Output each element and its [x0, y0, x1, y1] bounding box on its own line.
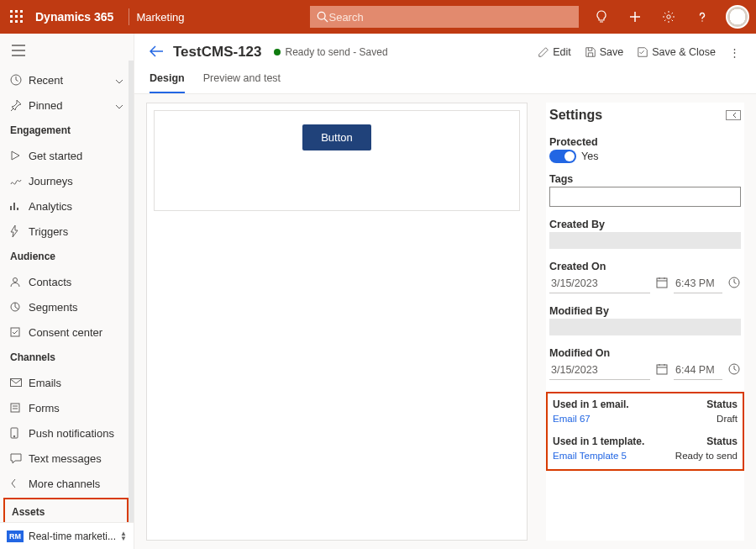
nav-emails[interactable]: Emails: [0, 370, 134, 395]
svg-point-11: [667, 15, 670, 18]
nav-label: Text messages: [29, 452, 123, 465]
save-icon: [585, 46, 596, 58]
usage-status-label: Status: [706, 436, 738, 447]
svg-rect-0: [10, 10, 13, 13]
modified-by-value: [549, 319, 741, 335]
modified-on-label: Modified On: [546, 344, 744, 361]
group-engagement: Engagement: [0, 118, 134, 143]
cmd-label: Save: [600, 46, 624, 58]
calendar-icon[interactable]: [655, 363, 669, 377]
created-on-time[interactable]: 6:43 PM: [674, 274, 722, 293]
nav-get-started[interactable]: Get started: [0, 143, 134, 168]
nav-label: Emails: [29, 377, 123, 389]
nav-segments[interactable]: Segments: [0, 294, 134, 319]
avatar[interactable]: [726, 5, 749, 29]
scrollbar[interactable]: [129, 61, 134, 522]
journeys-icon: [10, 176, 29, 186]
usage-status-label: Status: [706, 399, 738, 410]
form-icon: [10, 403, 29, 413]
person-icon: [10, 277, 29, 287]
nav-more-channels[interactable]: More channels: [0, 471, 134, 496]
nav-label: Journeys: [29, 175, 123, 187]
app-launcher-icon[interactable]: [0, 0, 34, 34]
record-title: TestCMS-123: [173, 44, 262, 61]
play-icon: [10, 150, 29, 161]
record-header: TestCMS-123 Ready to send - Saved Edit S…: [134, 34, 756, 71]
protected-toggle[interactable]: [549, 150, 576, 163]
svg-rect-8: [20, 20, 23, 23]
consent-icon: [10, 327, 29, 337]
svg-rect-17: [11, 404, 19, 412]
tab-design[interactable]: Design: [150, 71, 185, 93]
svg-rect-24: [657, 278, 667, 288]
modified-on-time[interactable]: 6:44 PM: [674, 361, 722, 380]
divider: [129, 8, 129, 25]
canvas-inner: Button: [154, 110, 520, 211]
nav-label: Segments: [29, 301, 123, 314]
push-icon: [10, 427, 29, 439]
gear-icon[interactable]: [652, 0, 685, 34]
clock-icon[interactable]: [727, 363, 741, 377]
cmd-label: Save & Close: [652, 46, 716, 58]
settings-panel: Settings Protected Yes Tags Created By C…: [546, 103, 744, 541]
nav-recent[interactable]: Recent: [0, 67, 134, 92]
search-input[interactable]: [328, 11, 572, 24]
clock-icon[interactable]: [727, 277, 741, 291]
svg-point-9: [318, 12, 326, 19]
group-assets: Assets: [5, 499, 127, 525]
lightbulb-icon[interactable]: [585, 0, 618, 34]
nav-toggle-icon[interactable]: [0, 34, 134, 67]
svg-rect-26: [657, 365, 667, 374]
modified-on-date[interactable]: 3/15/2023: [549, 361, 650, 380]
nav-analytics[interactable]: Analytics: [0, 193, 134, 219]
svg-line-10: [325, 18, 328, 22]
svg-rect-3: [10, 15, 13, 18]
nav-pinned[interactable]: Pinned: [0, 92, 134, 118]
nav-label: Contacts: [29, 276, 123, 288]
nav-push[interactable]: Push notifications: [0, 420, 134, 446]
nav-journeys[interactable]: Journeys: [0, 168, 134, 193]
add-icon[interactable]: [618, 0, 652, 34]
more-commands-icon[interactable]: ⋮: [729, 46, 741, 59]
usage-email-link[interactable]: Email 67: [553, 414, 591, 424]
global-search[interactable]: [310, 6, 579, 28]
created-by-value: [549, 232, 741, 249]
usage-template-link[interactable]: Email Template 5: [553, 451, 627, 461]
settings-title: Settings: [549, 108, 602, 123]
svg-rect-2: [20, 10, 23, 13]
nav-label: Push notifications: [29, 427, 123, 440]
clock-icon: [10, 74, 29, 86]
svg-rect-6: [10, 20, 13, 23]
nav-label: Get started: [29, 150, 123, 162]
status-dot-icon: [274, 49, 281, 55]
design-canvas[interactable]: Button: [146, 103, 528, 541]
created-on-date[interactable]: 3/15/2023: [549, 274, 650, 293]
nav-consent-center[interactable]: Consent center: [0, 319, 134, 345]
svg-rect-7: [15, 20, 18, 23]
group-audience: Audience: [0, 244, 134, 269]
status-text: Ready to send - Saved: [286, 46, 388, 58]
analytics-icon: [10, 201, 29, 211]
edit-button[interactable]: Edit: [538, 46, 571, 58]
content-block-button[interactable]: Button: [302, 124, 371, 150]
svg-point-19: [13, 436, 15, 437]
pin-icon: [10, 99, 29, 111]
tags-input[interactable]: [549, 187, 741, 207]
brand[interactable]: Dynamics 365: [34, 10, 122, 24]
protected-label: Protected: [546, 133, 744, 150]
nav-contacts[interactable]: Contacts: [0, 269, 134, 294]
nav-label: Pinned: [29, 99, 115, 112]
calendar-icon[interactable]: [655, 277, 669, 291]
save-button[interactable]: Save: [585, 46, 624, 58]
help-icon[interactable]: [685, 0, 719, 34]
collapse-panel-icon[interactable]: [726, 110, 741, 120]
nav-triggers[interactable]: Triggers: [0, 219, 134, 244]
back-arrow-icon[interactable]: [150, 45, 163, 60]
nav-forms[interactable]: Forms: [0, 395, 134, 420]
save-close-button[interactable]: Save & Close: [637, 46, 716, 58]
area-switcher[interactable]: RM Real-time marketi... ▲▼: [0, 522, 134, 549]
usage-template-heading: Used in 1 template.: [553, 436, 644, 447]
app-name[interactable]: Marketing: [136, 11, 201, 24]
nav-text[interactable]: Text messages: [0, 446, 134, 471]
tab-preview[interactable]: Preview and test: [203, 71, 281, 93]
